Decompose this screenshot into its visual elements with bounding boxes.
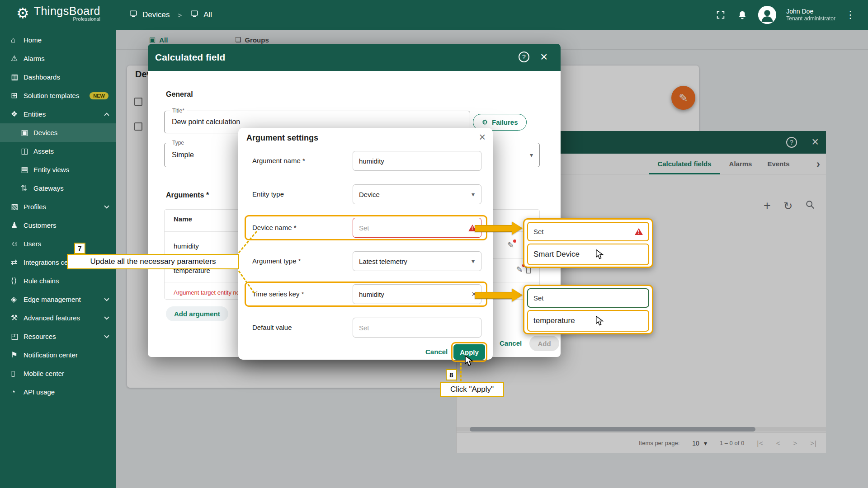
brand-logo[interactable]: ⚙ ThingsBoard Professional <box>16 5 100 22</box>
edit-argument-icon[interactable]: ✎ <box>516 265 523 274</box>
sidebar-item-assets[interactable]: ◫Assets <box>0 142 116 160</box>
error-warning-icon <box>635 228 643 235</box>
default-value-input[interactable] <box>359 319 466 337</box>
device-name-label: Device name * <box>252 218 297 238</box>
step-7-badge: 7 <box>74 243 85 254</box>
all-breadcrumb-icon <box>190 9 199 20</box>
arguments-section-label: Arguments * <box>166 191 209 199</box>
sidebar-item-customers[interactable]: ♟Customers <box>0 216 116 235</box>
notifications-bell-icon[interactable] <box>736 9 748 21</box>
argument-type-select[interactable]: Latest telemetry ▾ <box>353 251 481 271</box>
logo-gear-icon: ⚙ <box>16 5 29 22</box>
devices-breadcrumb-icon <box>129 9 138 20</box>
api-usage-icon: ◔ <box>11 388 24 397</box>
device-name-callout: Set Smart Device <box>523 218 653 268</box>
sidebar-item-solution-templates[interactable]: ⊞Solution templatesNEW <box>0 86 116 105</box>
argument-settings-title: Argument settings <box>246 133 318 143</box>
dialog-cancel-button[interactable]: Cancel <box>500 336 522 351</box>
resources-icon: ◰ <box>11 332 24 341</box>
argument-settings-dialog: Argument settings × Argument name * Enti… <box>238 128 493 360</box>
customers-icon: ♟ <box>11 221 24 230</box>
name-column-header: Name <box>174 215 192 223</box>
step-7-callout: Update all the necessary parameters <box>67 254 239 269</box>
dashboards-icon: ▦ <box>11 72 24 82</box>
argument-name-input[interactable] <box>359 152 466 170</box>
fullscreen-icon[interactable] <box>715 9 726 21</box>
advanced-features-icon: ⚒ <box>11 313 24 323</box>
breadcrumb-separator: > <box>178 11 182 19</box>
chevron-down-icon <box>104 333 109 338</box>
sidebar-item-entity-views[interactable]: ▤Entity views <box>0 160 116 179</box>
profiles-icon: ▧ <box>11 202 24 211</box>
user-name: John Doe <box>786 8 835 16</box>
sidebar-item-mobile-center[interactable]: ▯Mobile center <box>0 364 116 383</box>
breadcrumb: Devices > All <box>129 0 212 30</box>
chevron-down-icon <box>104 314 109 319</box>
breadcrumb-current[interactable]: All <box>203 10 212 19</box>
sidebar-item-resources[interactable]: ◰Resources <box>0 327 116 346</box>
dialog-close-icon[interactable]: × <box>540 50 547 64</box>
sidebar-item-edge-management[interactable]: ◈Edge management <box>0 290 116 309</box>
sidebar-item-dashboards[interactable]: ▦Dashboards <box>0 68 116 86</box>
cursor-icon <box>595 249 604 262</box>
user-role: Tenant administrator <box>786 15 835 22</box>
type-dropdown-icon: ▾ <box>530 151 533 159</box>
dialog-help-icon[interactable]: ? <box>519 52 529 62</box>
sidebar-item-entities[interactable]: ❖Entities <box>0 105 116 123</box>
app-header: ⚙ ThingsBoard Professional Devices > All <box>0 0 868 30</box>
entities-icon: ❖ <box>11 109 24 119</box>
integrations-icon: ⇄ <box>11 258 24 267</box>
add-argument-button[interactable]: Add argument <box>166 306 228 321</box>
general-section-label: General <box>166 90 193 99</box>
breadcrumb-section[interactable]: Devices <box>142 10 170 19</box>
notification-center-icon: ⚑ <box>11 350 24 360</box>
argument-cancel-button[interactable]: Cancel <box>425 344 448 360</box>
argument-settings-close-icon[interactable]: × <box>479 131 486 144</box>
time-series-key-input[interactable] <box>359 285 466 303</box>
sidebar-item-alarms[interactable]: ⚠Alarms <box>0 49 116 68</box>
brand-name: ThingsBoard <box>34 5 100 18</box>
argument-name-field <box>353 151 481 171</box>
entity-type-label: Entity type <box>252 184 284 204</box>
dialog-add-button[interactable]: Add <box>529 336 559 351</box>
brand-edition: Professional <box>34 16 100 22</box>
user-avatar[interactable] <box>758 6 776 24</box>
edited-dot <box>513 239 516 243</box>
sidebar-item-home[interactable]: ⌂Home <box>0 31 116 49</box>
entity-views-icon: ▤ <box>21 165 33 174</box>
device-name-field <box>353 218 481 238</box>
device-name-input[interactable] <box>359 219 466 237</box>
sidebar-item-rule-chains[interactable]: ⟨⟩Rule chains <box>0 272 116 290</box>
device-name-arrow <box>475 221 523 235</box>
sidebar-item-advanced-features[interactable]: ⚒Advanced features <box>0 309 116 327</box>
device-name-empty-state: Set <box>527 222 649 241</box>
sidebar-item-devices[interactable]: ▣Devices <box>0 123 116 142</box>
edge-management-icon: ◈ <box>11 295 24 304</box>
step-8-badge: 8 <box>446 369 457 380</box>
rule-chains-icon: ⟨⟩ <box>11 276 24 286</box>
time-series-arrow <box>475 288 523 302</box>
sidebar-item-users[interactable]: ☺Users <box>0 235 116 253</box>
user-meta: John Doe Tenant administrator <box>786 8 835 23</box>
argument-name-label: Argument name * <box>252 151 305 171</box>
cursor-icon <box>595 315 604 328</box>
entity-type-select[interactable]: Device ▾ <box>353 184 481 204</box>
chevron-up-icon <box>104 113 109 117</box>
gateways-icon: ⇅ <box>21 183 33 193</box>
time-series-empty-state: Set <box>527 288 649 308</box>
sidebar-item-api-usage[interactable]: ◔API usage <box>0 383 116 401</box>
default-value-field <box>353 318 481 338</box>
solution-templates-icon: ⊞ <box>11 91 24 100</box>
default-value-label: Default value <box>252 318 292 338</box>
screen: ▣ All ❏ Groups Dev ? × Calculated fie <box>0 0 868 488</box>
sidebar-item-gateways[interactable]: ⇅Gateways <box>0 179 116 197</box>
chevron-down-icon <box>104 203 109 208</box>
argument-type-dropdown-icon: ▾ <box>472 258 475 265</box>
sidebar-item-profiles[interactable]: ▧Profiles <box>0 197 116 216</box>
alarm-icon: ⚠ <box>11 54 24 63</box>
entity-type-dropdown-icon: ▾ <box>472 191 475 198</box>
kebab-menu-icon[interactable]: ⋮ <box>845 9 855 21</box>
edit-argument-icon[interactable]: ✎ <box>507 241 514 250</box>
calculated-field-dialog-header: Calculated field ? × <box>148 44 561 71</box>
sidebar-item-notification-center[interactable]: ⚑Notification center <box>0 346 116 364</box>
